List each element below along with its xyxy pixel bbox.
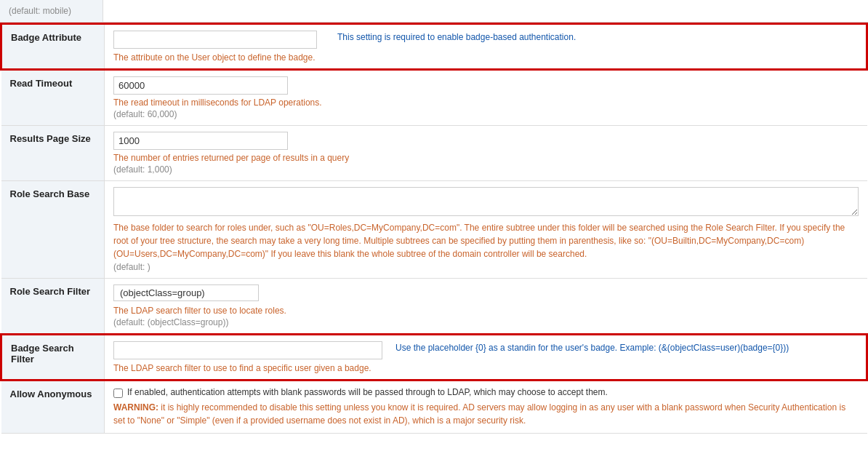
badge-attribute-input[interactable] (113, 31, 317, 49)
label-allow-anonymous: Allow Anonymous (1, 381, 105, 434)
allow-anonymous-checkbox[interactable] (113, 389, 123, 398)
partial-value (103, 0, 121, 22)
results-page-size-input[interactable] (113, 132, 288, 150)
role-search-base-input[interactable] (113, 187, 859, 216)
label-badge-search-filter: Badge Search Filter (1, 335, 105, 381)
checkbox-row-allow-anonymous: If enabled, authentication attempts with… (113, 387, 859, 398)
value-role-search-base: The base folder to search for roles unde… (105, 181, 867, 279)
value-badge-search-filter: The LDAP search filter to use to find a … (105, 335, 867, 381)
row-badge-attribute: Badge AttributeThe attribute on the User… (1, 24, 867, 70)
settings-table: Badge AttributeThe attribute on the User… (0, 23, 868, 434)
allow-anonymous-label: If enabled, authentication attempts with… (127, 387, 608, 397)
allow-anonymous-warning: WARNING: it is highly recommended to dis… (113, 401, 859, 427)
label-badge-attribute: Badge Attribute (1, 24, 105, 70)
desc-orange-role-search-base: The base folder to search for roles unde… (113, 223, 845, 259)
desc-orange-badge-search-filter: The LDAP search filter to use to find a … (113, 363, 371, 373)
row-badge-search-filter: Badge Search FilterThe LDAP search filte… (1, 335, 867, 381)
desc-gray-role-search-base: (default: ) (113, 262, 859, 272)
desc-blue-badge-search-filter: Use the placeholder {0} as a standin for… (395, 343, 857, 353)
value-results-page-size: The number of entries returned per page … (105, 126, 867, 181)
value-read-timeout: The read timeout in milliseconds for LDA… (105, 70, 867, 126)
badge-search-filter-input[interactable] (113, 341, 382, 359)
value-role-search-filter: (objectClass=group)The LDAP search filte… (105, 279, 867, 335)
row-role-search-base: Role Search BaseThe base folder to searc… (1, 181, 867, 279)
desc-orange-role-search-filter: The LDAP search filter to use to locate … (113, 306, 859, 316)
desc-orange-results-page-size: The number of entries returned per page … (113, 153, 859, 163)
row-read-timeout: Read TimeoutThe read timeout in millisec… (1, 70, 867, 126)
read-timeout-input[interactable] (113, 76, 288, 95)
partial-label: (default: mobile) (0, 0, 103, 22)
desc-gray-role-search-filter: (default: (objectClass=group)) (113, 317, 859, 327)
row-allow-anonymous: Allow AnonymousIf enabled, authenticatio… (1, 381, 867, 434)
desc-gray-results-page-size: (default: 1,000) (113, 164, 859, 175)
desc-orange-read-timeout: The read timeout in milliseconds for LDA… (113, 97, 859, 108)
value-allow-anonymous: If enabled, authentication attempts with… (105, 381, 867, 434)
row-results-page-size: Results Page SizeThe number of entries r… (1, 126, 867, 181)
desc-blue-badge-attribute: This setting is required to enable badge… (337, 32, 857, 42)
label-role-search-base: Role Search Base (1, 181, 105, 279)
label-role-search-filter: Role Search Filter (1, 279, 105, 335)
row-role-search-filter: Role Search Filter(objectClass=group)The… (1, 279, 867, 335)
label-read-timeout: Read Timeout (1, 70, 105, 126)
value-badge-attribute: The attribute on the User object to defi… (105, 24, 867, 70)
desc-gray-read-timeout: (default: 60,000) (113, 109, 859, 119)
role-filter-input: (objectClass=group) (113, 284, 259, 301)
label-results-page-size: Results Page Size (1, 126, 105, 181)
desc-orange-badge-attribute: The attribute on the User object to defi… (113, 52, 316, 63)
